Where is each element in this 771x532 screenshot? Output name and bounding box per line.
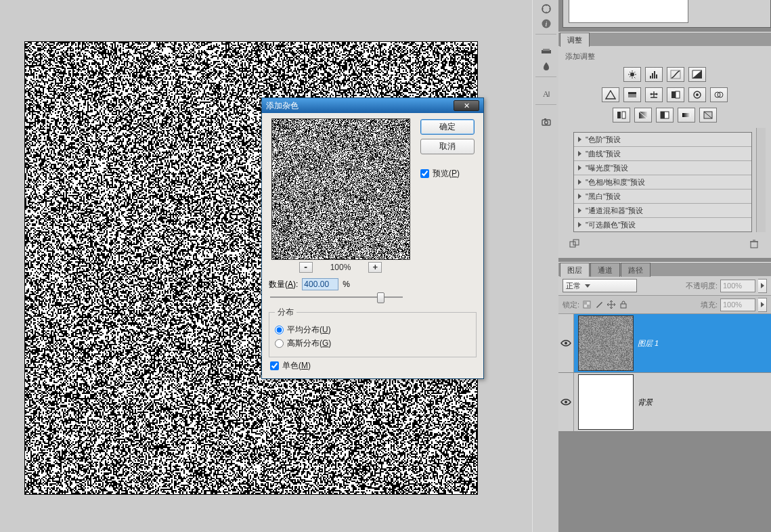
tab-layers[interactable]: 图层	[560, 263, 590, 277]
svg-rect-32	[570, 242, 575, 247]
blend-mode-select[interactable]: 正常	[563, 279, 637, 292]
gradient-map-icon[interactable]	[678, 108, 695, 123]
svg-rect-13	[656, 74, 657, 79]
visibility-icon[interactable]	[558, 340, 573, 347]
opacity-flyout[interactable]	[758, 279, 767, 293]
layer-thumbnail[interactable]	[578, 374, 634, 430]
svg-rect-19	[671, 91, 676, 98]
svg-rect-34	[751, 242, 757, 248]
tab-paths[interactable]: 路径	[621, 263, 651, 277]
hue-sat-icon[interactable]	[623, 87, 641, 102]
opacity-input[interactable]: 100%	[720, 280, 755, 292]
posterize-icon[interactable]	[634, 108, 652, 123]
info-icon[interactable]: i	[533, 16, 559, 31]
preset-row[interactable]: "可选颜色"预设	[574, 218, 751, 231]
presets-scrollbar[interactable]	[756, 128, 766, 232]
curves-icon[interactable]	[667, 67, 684, 82]
amount-slider[interactable]	[270, 292, 403, 303]
svg-rect-36	[583, 301, 587, 305]
exposure-icon[interactable]	[688, 67, 706, 82]
photo-filter-icon[interactable]	[688, 87, 706, 102]
svg-rect-8	[544, 118, 546, 120]
preset-row[interactable]: "曲线"预设	[574, 147, 751, 161]
svg-rect-12	[654, 71, 655, 79]
fill-label: 填充:	[701, 300, 718, 310]
channel-mixer-icon[interactable]	[710, 87, 728, 102]
fill-input[interactable]: 100%	[720, 298, 755, 311]
fill-flyout[interactable]	[758, 298, 767, 312]
svg-point-7	[544, 121, 548, 125]
svg-rect-10	[650, 76, 651, 79]
preview-checkbox[interactable]	[420, 169, 429, 178]
zoom-value: 100%	[330, 263, 351, 272]
threshold-icon[interactable]	[656, 108, 674, 123]
swatches-icon[interactable]	[533, 44, 559, 59]
amount-input[interactable]	[302, 278, 338, 290]
svg-point-40	[565, 401, 567, 403]
preset-row[interactable]: "色相/饱和度"预设	[574, 175, 751, 190]
preset-row[interactable]: "黑白"预设	[574, 190, 751, 204]
gaussian-radio[interactable]	[275, 339, 284, 348]
amount-slider-thumb[interactable]	[377, 292, 384, 303]
svg-rect-33	[573, 240, 579, 245]
camera-icon[interactable]	[533, 114, 559, 129]
color-balance-icon[interactable]	[645, 87, 663, 102]
distribution-legend: 分布	[275, 307, 296, 318]
gaussian-radio-row[interactable]: 高斯分布(G)	[275, 338, 470, 349]
add-noise-dialog: 添加杂色 ✕ 确定 取消 预览(P)预览(P) - 100% + 数量(A	[261, 97, 484, 379]
preview-label: 预览(P)预览(P)	[433, 168, 460, 179]
preset-row[interactable]: "色阶"预设	[574, 133, 751, 147]
monochrome-row[interactable]: 单色(M)	[270, 360, 478, 372]
svg-point-22	[696, 93, 699, 96]
vibrance-icon[interactable]	[602, 87, 619, 102]
dialog-preview[interactable]	[271, 118, 410, 260]
navigator-icon[interactable]	[533, 1, 559, 16]
svg-point-39	[565, 342, 567, 345]
visibility-icon[interactable]	[558, 399, 573, 405]
uniform-radio-row[interactable]: 平均分布(U)	[275, 324, 470, 336]
close-button[interactable]: ✕	[454, 100, 479, 111]
layer-name: 背景	[638, 397, 653, 407]
layer-thumbnail[interactable]	[578, 315, 634, 371]
svg-rect-20	[676, 91, 680, 98]
tab-channels[interactable]: 通道	[590, 263, 620, 277]
character-icon[interactable]: A	[533, 87, 559, 102]
monochrome-checkbox[interactable]	[270, 361, 279, 370]
lock-all-icon[interactable]	[619, 300, 628, 309]
svg-point-9	[630, 72, 634, 76]
invert-icon[interactable]	[613, 108, 630, 123]
adjustment-clip-icon[interactable]	[569, 239, 581, 248]
black-white-icon[interactable]	[667, 87, 684, 102]
svg-rect-16	[628, 92, 636, 94]
preset-row[interactable]: "通道混和器"预设	[574, 204, 751, 218]
adjustment-trash-icon[interactable]	[748, 239, 760, 248]
layer-row[interactable]: 图层 1	[558, 314, 771, 373]
dialog-titlebar[interactable]: 添加杂色 ✕	[262, 98, 483, 113]
svg-rect-38	[621, 304, 626, 308]
cancel-button[interactable]: 取消	[420, 139, 475, 154]
lock-position-icon[interactable]	[607, 300, 616, 309]
brightness-contrast-icon[interactable]	[623, 67, 641, 82]
svg-point-17	[651, 93, 653, 95]
dialog-title: 添加杂色	[266, 100, 299, 112]
zoom-out-button[interactable]: -	[299, 262, 313, 273]
ok-button[interactable]: 确定	[420, 119, 475, 135]
preview-checkbox-row[interactable]: 预览(P)预览(P)	[420, 168, 460, 179]
zoom-in-button[interactable]: +	[368, 262, 382, 273]
styles-icon[interactable]	[533, 59, 559, 74]
opacity-label: 不透明度:	[686, 281, 718, 291]
svg-rect-37	[587, 305, 590, 308]
tab-adjustments[interactable]: 调整	[560, 32, 590, 47]
layer-row[interactable]: 背景	[558, 373, 771, 432]
layers-panel: 图层通道路径 正常 不透明度: 100% 锁定: 填充: 100% 图层 1背景	[558, 262, 771, 432]
right-panels: 调整 添加调整	[558, 0, 771, 532]
levels-icon[interactable]	[645, 67, 663, 82]
layer-name: 图层 1	[638, 338, 659, 349]
uniform-radio[interactable]	[275, 326, 284, 334]
selective-color-icon[interactable]	[699, 108, 717, 123]
add-adjustment-label: 添加调整	[565, 51, 766, 62]
lock-pixels-icon[interactable]	[594, 300, 604, 309]
distribution-group: 分布 平均分布(U) 高斯分布(G)	[269, 307, 477, 357]
preset-row[interactable]: "曝光度"预设	[574, 161, 751, 175]
lock-transparency-icon[interactable]	[582, 300, 592, 309]
